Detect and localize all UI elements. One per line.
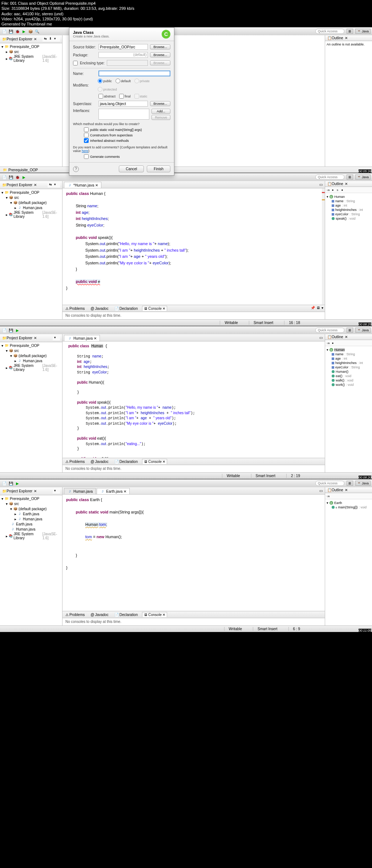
close-icon[interactable]: ✕ <box>34 489 37 493</box>
link-icon[interactable]: ⬇ <box>49 37 53 41</box>
tree-project[interactable]: ▾📁Prerequisite_OOP <box>1 44 61 49</box>
project-tree[interactable]: ▾📁Prerequisite_OOP ▾📦src ▾📦(default pack… <box>0 189 62 220</box>
display-icon[interactable]: 🖥 <box>316 306 320 311</box>
error-marker[interactable] <box>322 192 325 193</box>
save-icon[interactable]: 💾 <box>8 480 14 486</box>
stub-ctor-row[interactable]: Constructors from superclass <box>73 132 170 138</box>
project-explorer-tab[interactable]: 📁 Project Explorer ✕ ⇆▾ <box>0 181 62 189</box>
project-tree[interactable]: ▾📁Prerequisite_OOP ▾📦src ▾📦(default pack… <box>0 342 62 373</box>
quick-access-input[interactable] <box>315 328 344 333</box>
outline-field-age[interactable]: age: int <box>327 356 371 361</box>
tree-earth-java-2[interactable]: JEarth.java <box>1 521 61 527</box>
close-tab-icon[interactable]: ✕ <box>95 183 98 187</box>
tree-default-pkg[interactable]: ▾📦(default package) <box>1 200 61 205</box>
console-tab[interactable]: 🖥 Console ✕ <box>142 612 167 617</box>
outline-tree[interactable]: ▾CEarth smain(String[]): void <box>325 499 372 511</box>
run-icon[interactable]: ▶ <box>21 174 27 180</box>
quick-access-input[interactable] <box>315 175 344 180</box>
tree-human-java[interactable]: ▸JHuman.java <box>1 205 61 210</box>
run-icon[interactable]: ▶ <box>15 327 20 333</box>
run-icon[interactable]: ▶ <box>21 28 27 34</box>
outline-method-speak[interactable]: speak(): void <box>327 216 371 221</box>
quick-access-input[interactable] <box>315 481 344 486</box>
outline-field-height[interactable]: heightInInches: int <box>327 361 371 365</box>
browse-package-button[interactable]: Browse... <box>150 52 170 57</box>
outline-ctor[interactable]: Human() <box>327 369 371 374</box>
modifier-public[interactable]: public <box>98 79 112 83</box>
sort-icon[interactable]: ↓a <box>326 494 330 498</box>
open-perspective-button[interactable]: ⊞ <box>347 481 353 486</box>
menu-icon[interactable]: ▾ <box>54 336 58 340</box>
code-editor[interactable]: public class Earth { public static void … <box>62 495 325 611</box>
editor-tab-human[interactable]: J*Human.java✕ <box>64 182 101 188</box>
default-radio[interactable] <box>116 79 120 83</box>
javadoc-tab[interactable]: @ Javadoc <box>89 459 110 464</box>
overview-ruler[interactable] <box>322 188 325 305</box>
warning-marker[interactable] <box>322 199 325 200</box>
tree-default-pkg[interactable]: ▾📦(default package) <box>1 353 61 358</box>
project-tree[interactable]: ▾📁Prerequisite_OOP ▾📦src ▾📦(default pack… <box>0 495 62 541</box>
sort-icon[interactable]: ↓a <box>326 341 330 345</box>
editor-tab-human[interactable]: JHuman.java <box>64 488 96 494</box>
java-perspective-button[interactable]: ☕Java <box>355 481 371 486</box>
outline-method-eat[interactable]: eat(): void <box>327 374 371 378</box>
tree-jre[interactable]: ▸📚JRE System Library [JavaSE-1.6] <box>1 363 61 372</box>
outline-field-age[interactable]: age: int <box>327 203 371 208</box>
hide-fields-icon[interactable]: ● <box>331 341 335 345</box>
java-perspective-button[interactable]: ☕Java <box>355 175 371 180</box>
close-icon[interactable]: ✕ <box>34 183 37 187</box>
javadoc-tab[interactable]: @ Javadoc <box>89 306 110 311</box>
run-icon[interactable]: ▶ <box>15 480 20 486</box>
outline-class[interactable]: ▾CHuman <box>327 195 371 199</box>
gen-comments-row[interactable]: Generate comments <box>73 154 170 159</box>
project-explorer-tab[interactable]: 📁 Project Explorer ✕ ⇆ ⬇ ▾ <box>0 35 62 43</box>
problems-tab[interactable]: ⚠ Problems <box>64 612 86 617</box>
class-name-input[interactable] <box>98 71 170 76</box>
tree-jre[interactable]: ▸📚JRE System Library [JavaSE-1.6] <box>1 210 61 219</box>
tree-project[interactable]: ▾📁Prerequisite_OOP <box>1 190 61 195</box>
outline-class-earth[interactable]: ▾CEarth <box>327 501 371 505</box>
open-perspective-button[interactable]: ⊞ <box>347 175 353 180</box>
menu-icon[interactable]: ▾ <box>54 489 58 493</box>
code-editor[interactable]: public class Human { String name; int ag… <box>62 341 325 458</box>
outline-tab[interactable]: 📋 Outline ✕ <box>325 181 372 187</box>
help-icon[interactable]: ? <box>73 166 79 172</box>
editor-tab-earth[interactable]: JEarth.java✕ <box>97 488 130 494</box>
modifier-default[interactable]: default <box>116 79 131 83</box>
tree-human-java[interactable]: ▸JHuman.java <box>1 516 61 521</box>
editor-tab-human[interactable]: JHuman.java✕ <box>64 335 100 341</box>
stub-main-row[interactable]: public static void main(String[] args) <box>73 127 170 132</box>
close-icon[interactable]: ✕ <box>345 488 348 492</box>
browse-superclass-button[interactable]: Browse... <box>150 101 170 106</box>
project-tree[interactable]: ▾📁Prerequisite_OOP ▸📦src ▸📚JRE System Li… <box>0 43 62 64</box>
add-interface-button[interactable]: Add... <box>151 109 170 114</box>
maximize-icon[interactable]: ▭ <box>319 182 323 188</box>
hide-static-icon[interactable]: s <box>335 188 340 192</box>
search-icon[interactable]: 🔍 <box>34 28 40 34</box>
menu-icon[interactable]: ▾ <box>54 37 58 41</box>
outline-field-eye[interactable]: eyeColor: String <box>327 365 371 369</box>
collapse-icon[interactable]: ⇆ <box>49 183 53 187</box>
declaration-tab[interactable]: 📄 Declaration <box>113 612 140 617</box>
open-perspective-button[interactable]: ⊞ <box>347 328 353 333</box>
interfaces-list[interactable] <box>98 109 149 120</box>
tree-human-java-2[interactable]: JHuman.java <box>1 527 61 532</box>
finish-button[interactable]: Finish <box>147 165 170 172</box>
outline-field-height[interactable]: heightInInches: int <box>327 208 371 212</box>
close-tab-icon[interactable]: ✕ <box>124 489 126 493</box>
configure-link[interactable]: here <box>82 149 88 153</box>
quick-access-input[interactable] <box>315 29 344 34</box>
javadoc-tab[interactable]: @ Javadoc <box>89 612 110 617</box>
source-folder-input[interactable] <box>98 44 148 50</box>
hide-fields-icon[interactable]: ● <box>331 188 335 192</box>
constructors-checkbox[interactable] <box>84 133 89 137</box>
outline-tab[interactable]: 📋 Outline ✕ <box>325 334 372 340</box>
stub-inherit-row[interactable]: Inherited abstract methods <box>73 138 170 143</box>
outline-tree[interactable]: ▾CHuman name: String age: int heightInIn… <box>325 346 372 388</box>
declaration-tab[interactable]: 📄 Declaration <box>113 306 140 311</box>
modifier-abstract[interactable]: abstract <box>98 94 116 99</box>
save-icon[interactable]: 💾 <box>8 28 14 34</box>
package-input[interactable]: (default) <box>98 52 148 58</box>
save-icon[interactable]: 💾 <box>8 327 14 333</box>
java-perspective-button[interactable]: ☕ Java <box>355 29 371 34</box>
